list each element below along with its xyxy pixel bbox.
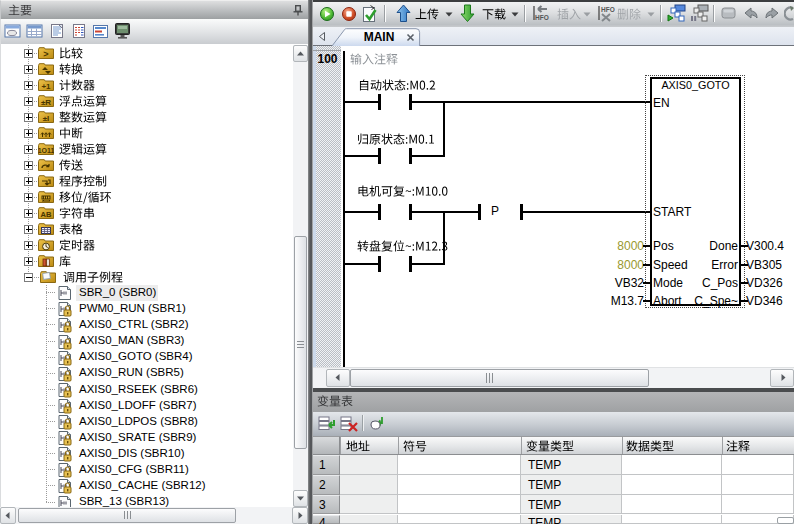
svg-text:AB: AB — [41, 210, 52, 219]
svg-text:HFO: HFO — [535, 14, 549, 21]
svg-text:±R: ±R — [41, 98, 51, 107]
svg-text:1O11: 1O11 — [38, 147, 54, 154]
svg-text:±I: ±I — [43, 114, 50, 123]
svg-text:HFO: HFO — [601, 6, 615, 13]
svg-text:>: > — [43, 49, 48, 59]
svg-text:+1: +1 — [41, 82, 51, 91]
